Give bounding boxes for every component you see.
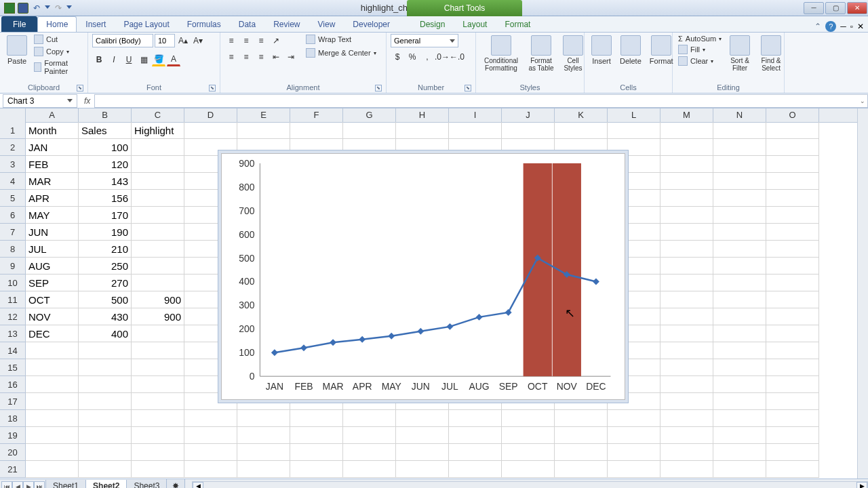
save-icon[interactable] (18, 3, 28, 14)
scroll-right-icon[interactable]: ▶ (856, 482, 867, 489)
cell[interactable] (396, 461, 449, 478)
column-header[interactable]: N (713, 108, 766, 122)
align-left-icon[interactable]: ≡ (224, 50, 238, 64)
cell[interactable] (132, 139, 184, 156)
cell[interactable] (660, 376, 713, 393)
cell[interactable] (396, 122, 449, 139)
cell[interactable]: 143 (79, 173, 132, 190)
cell[interactable] (132, 359, 184, 376)
cell[interactable] (766, 274, 819, 291)
bold-button[interactable]: B (92, 53, 106, 66)
row-header[interactable]: 7 (0, 224, 26, 241)
sheet-tab-2[interactable]: Sheet2 (85, 480, 127, 488)
cell[interactable] (713, 122, 766, 139)
cell[interactable] (26, 444, 79, 461)
cell[interactable] (502, 410, 555, 427)
cell[interactable] (660, 427, 713, 444)
cell[interactable] (449, 461, 502, 478)
row-header[interactable]: 15 (0, 359, 26, 376)
row-header[interactable]: 14 (0, 342, 26, 359)
cell[interactable]: 430 (79, 308, 132, 325)
cell[interactable]: MAR (26, 173, 79, 190)
worksheet-grid[interactable]: ABCDEFGHIJKLMNO 1MonthSalesHighlight2JAN… (0, 108, 868, 479)
cell[interactable]: JAN (26, 139, 79, 156)
number-launcher-icon[interactable]: ⬊ (465, 85, 471, 92)
cell[interactable] (555, 410, 608, 427)
align-bottom-icon[interactable]: ≡ (254, 34, 268, 47)
cell[interactable] (713, 190, 766, 207)
cell[interactable] (449, 410, 502, 427)
maximize-button[interactable]: ▢ (825, 2, 846, 14)
cell[interactable] (766, 241, 819, 258)
cell[interactable]: 100 (79, 139, 132, 156)
fill-color-button[interactable]: 🪣 (152, 53, 165, 66)
cell[interactable] (713, 359, 766, 376)
embedded-chart[interactable]: 0100200300400500600700800900JANFEBMARAPR… (221, 153, 625, 400)
cell[interactable] (660, 461, 713, 478)
cell[interactable] (713, 461, 766, 478)
cell[interactable] (290, 410, 343, 427)
cell[interactable] (132, 461, 184, 478)
currency-icon[interactable]: $ (391, 50, 404, 64)
row-header[interactable]: 9 (0, 258, 26, 274)
cell[interactable] (660, 274, 713, 291)
cell[interactable] (184, 122, 237, 139)
cell[interactable]: OCT (26, 291, 79, 308)
cell[interactable] (237, 410, 290, 427)
cell[interactable] (132, 258, 184, 274)
cell[interactable] (766, 461, 819, 478)
cell[interactable]: JUN (26, 224, 79, 241)
close-button[interactable]: ✕ (847, 2, 867, 14)
tab-page-layout[interactable]: Page Layout (115, 16, 178, 32)
cell[interactable] (766, 190, 819, 207)
cell[interactable] (26, 393, 79, 410)
cell[interactable] (713, 342, 766, 359)
cell[interactable] (713, 224, 766, 241)
column-header[interactable]: I (449, 108, 502, 122)
column-header[interactable]: K (555, 108, 608, 122)
cell[interactable] (608, 444, 660, 461)
cell[interactable] (766, 427, 819, 444)
cell[interactable] (660, 359, 713, 376)
wrap-text-button[interactable]: Wrap Text (304, 34, 378, 45)
cell[interactable] (26, 427, 79, 444)
column-header[interactable]: B (79, 108, 132, 122)
prev-sheet-icon[interactable]: ◀ (12, 481, 23, 489)
cell[interactable] (766, 291, 819, 308)
row-header[interactable]: 12 (0, 308, 26, 325)
row-header[interactable]: 2 (0, 139, 26, 156)
cell[interactable]: NOV (26, 308, 79, 325)
format-as-table-button[interactable]: Format as Table (525, 34, 557, 73)
row-header[interactable]: 11 (0, 291, 26, 308)
row-header[interactable]: 6 (0, 207, 26, 224)
cell[interactable] (713, 173, 766, 190)
cell[interactable] (132, 376, 184, 393)
cell[interactable] (608, 410, 660, 427)
format-painter-button[interactable]: Format Painter (33, 58, 83, 76)
cell[interactable] (132, 190, 184, 207)
cell[interactable] (132, 444, 184, 461)
font-size-input[interactable] (155, 34, 175, 47)
cell[interactable] (184, 444, 237, 461)
increase-indent-icon[interactable]: ⇥ (284, 50, 298, 64)
cell[interactable] (660, 122, 713, 139)
cell[interactable] (713, 393, 766, 410)
cell[interactable] (132, 427, 184, 444)
tab-developer[interactable]: Developer (344, 16, 399, 32)
cell[interactable] (555, 427, 608, 444)
alignment-launcher-icon[interactable]: ⬊ (375, 85, 382, 92)
cell[interactable] (766, 342, 819, 359)
font-name-input[interactable] (92, 34, 153, 47)
row-header[interactable]: 19 (0, 427, 26, 444)
cell[interactable]: Month (26, 122, 79, 139)
cell[interactable] (660, 207, 713, 224)
cell[interactable]: 210 (79, 241, 132, 258)
fx-icon[interactable]: fx (80, 96, 94, 106)
row-header[interactable]: 10 (0, 274, 26, 291)
row-header[interactable]: 3 (0, 156, 26, 173)
fill-button[interactable]: Fill▾ (677, 44, 723, 55)
cell[interactable] (713, 410, 766, 427)
sort-filter-button[interactable]: Sort & Filter (726, 34, 754, 73)
row-header[interactable]: 1 (0, 122, 26, 139)
conditional-formatting-button[interactable]: Conditional Formatting (480, 34, 522, 73)
